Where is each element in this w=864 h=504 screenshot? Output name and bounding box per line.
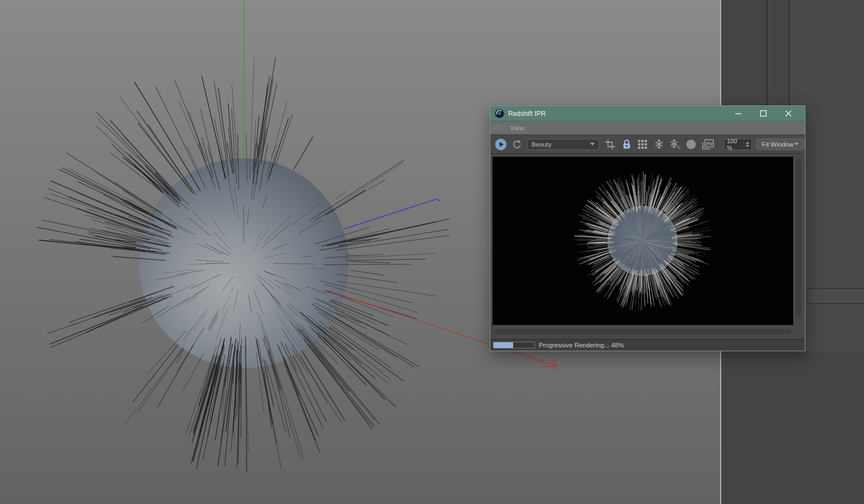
freeze-tessellation-button[interactable] [653, 138, 665, 151]
maximize-icon [760, 110, 767, 117]
window-titlebar[interactable]: Redshift IPR [490, 106, 805, 122]
window-statusbar: Progressive Rendering... 48% [490, 339, 805, 351]
zoom-input[interactable]: 100 % [724, 139, 752, 150]
render-pass-value: Beauty [532, 141, 552, 148]
status-text: Progressive Rendering... 48% [539, 342, 624, 348]
redshift-logo-icon [495, 109, 504, 118]
grip-handle-icon[interactable] [494, 124, 501, 132]
freeze-geometry-button[interactable]: G [669, 138, 681, 151]
start-ipr-button[interactable] [495, 138, 506, 151]
picture-viewer-icon: PV [702, 139, 715, 150]
snowflake-g-icon: G [670, 139, 680, 149]
redshift-ipr-window: Redshift IPR View [490, 105, 805, 351]
bucket-grid-button[interactable] [637, 138, 649, 151]
lock-render-view-button[interactable] [621, 138, 633, 151]
grid-icon [638, 140, 647, 149]
close-button[interactable] [780, 106, 797, 122]
horizontal-scrollbar[interactable] [493, 328, 793, 335]
crop-region-button[interactable] [605, 138, 616, 151]
chevron-down-icon [794, 143, 799, 146]
window-title: Redshift IPR [508, 110, 730, 118]
step-up-icon [746, 142, 749, 144]
lock-icon [622, 139, 631, 149]
menu-item-view[interactable]: View [510, 124, 524, 132]
circle-icon [686, 139, 696, 149]
rendered-preview[interactable] [493, 157, 793, 325]
minimize-button[interactable] [730, 106, 746, 122]
restart-ipr-button[interactable] [511, 138, 523, 151]
axis-z-blue-line [344, 199, 441, 229]
fit-window-value: Fit Window [762, 141, 794, 148]
snowflake-icon [654, 139, 664, 149]
refresh-icon [511, 139, 523, 150]
crop-icon [605, 139, 616, 150]
maximize-button[interactable] [755, 106, 771, 122]
progress-bar [493, 342, 535, 348]
zoom-stepper[interactable] [744, 142, 749, 147]
zoom-value: 100 % [727, 138, 744, 151]
render-preview-svg [493, 157, 793, 325]
play-icon [495, 138, 506, 151]
svg-text:G: G [677, 145, 680, 149]
hair-guides [36, 57, 450, 473]
ipr-toolbar: Beauty [490, 135, 805, 154]
minimize-icon [735, 110, 742, 117]
fit-window-dropdown[interactable]: Fit Window [756, 138, 805, 150]
progress-fill [494, 342, 513, 348]
svg-text:PV: PV [706, 140, 713, 146]
sampling-indicator-button[interactable] [686, 138, 697, 151]
picture-viewer-button[interactable]: PV [702, 138, 715, 151]
chevron-down-icon [590, 143, 595, 146]
vertical-scrollbar[interactable] [795, 157, 802, 318]
window-menubar: View [490, 122, 805, 135]
render-pass-dropdown[interactable]: Beauty [527, 139, 599, 150]
close-icon [785, 110, 792, 117]
step-down-icon [746, 145, 749, 147]
